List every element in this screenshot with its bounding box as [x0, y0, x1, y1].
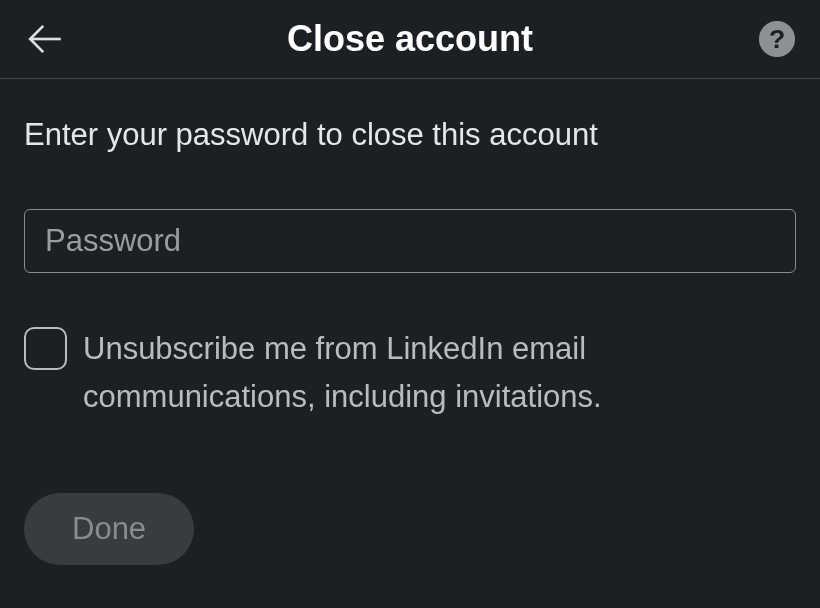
back-button[interactable] [24, 18, 66, 60]
help-button[interactable]: ? [758, 20, 796, 58]
svg-text:?: ? [769, 24, 785, 54]
page-title: Close account [287, 18, 533, 60]
header: Close account ? [0, 0, 820, 79]
unsubscribe-checkbox[interactable] [24, 327, 67, 370]
content: Enter your password to close this accoun… [0, 79, 820, 565]
unsubscribe-row: Unsubscribe me from LinkedIn email commu… [24, 325, 796, 421]
instruction-text: Enter your password to close this accoun… [24, 117, 796, 153]
password-field[interactable] [24, 209, 796, 273]
done-button[interactable]: Done [24, 493, 194, 565]
unsubscribe-label: Unsubscribe me from LinkedIn email commu… [83, 325, 796, 421]
arrow-left-icon [24, 18, 66, 60]
help-icon: ? [758, 20, 796, 58]
